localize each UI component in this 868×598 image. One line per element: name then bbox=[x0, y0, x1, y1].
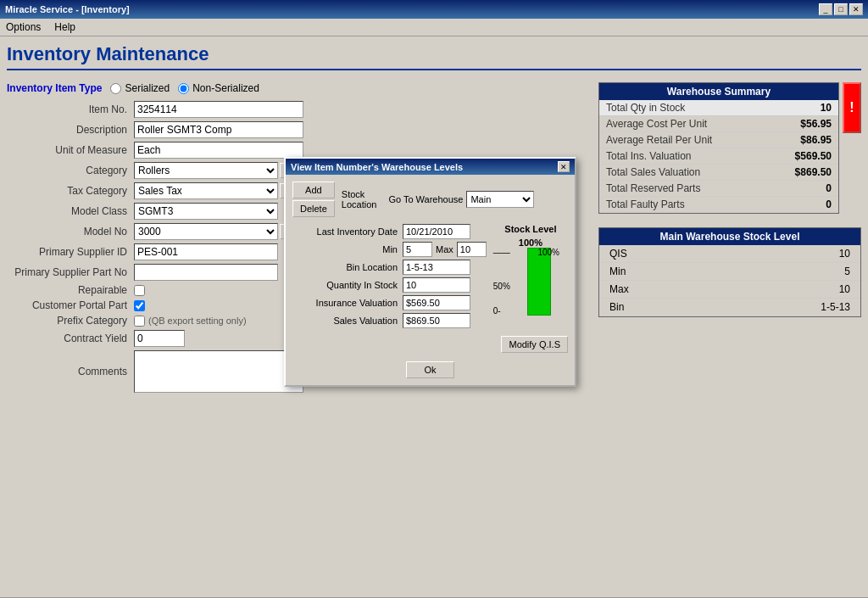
reserved-parts-label: Total Reserved Parts bbox=[606, 182, 700, 194]
contract-yield-input[interactable] bbox=[134, 330, 185, 347]
quantity-stock-input[interactable] bbox=[403, 277, 470, 293]
restore-button[interactable]: □ bbox=[834, 3, 848, 15]
avg-cost-value: $56.95 bbox=[800, 118, 832, 130]
supplier-part-input[interactable] bbox=[134, 264, 278, 281]
non-serialized-option[interactable]: Non-Serialized bbox=[178, 82, 259, 94]
stock-level-title: Stock Level bbox=[493, 224, 568, 234]
avg-retail-label: Average Retail Per Unit bbox=[606, 134, 712, 146]
sales-valuation-row: Sales Valuation bbox=[292, 313, 487, 328]
modal-ok-button[interactable]: Ok bbox=[406, 361, 453, 378]
avg-retail-value: $86.95 bbox=[800, 134, 832, 146]
warehouse-combo: Main bbox=[466, 191, 534, 208]
chart-label-50: 50% bbox=[493, 282, 510, 291]
modify-qis-button[interactable]: Modify Q.I.S bbox=[501, 336, 568, 353]
reserved-parts-row: Total Reserved Parts 0 bbox=[599, 181, 838, 197]
stock-chart: Stock Level 100% 100% —— 50% 0- bbox=[493, 224, 568, 331]
total-sales-row: Total Sales Valuation $869.50 bbox=[599, 165, 838, 181]
comments-textarea[interactable] bbox=[134, 350, 303, 393]
total-qty-value: 10 bbox=[821, 102, 832, 114]
primary-supplier-input[interactable] bbox=[134, 243, 278, 260]
total-sales-value: $869.50 bbox=[795, 166, 832, 178]
bin-location-label: Bin Location bbox=[292, 262, 403, 272]
repairable-checkbox[interactable] bbox=[134, 285, 145, 296]
category-select[interactable]: Rollers bbox=[134, 162, 278, 179]
reserved-parts-value: 0 bbox=[826, 182, 832, 194]
inventory-type-label: Inventory Item Type bbox=[7, 82, 102, 94]
main-warehouse-title: Main Warehouse Stock Level bbox=[599, 228, 860, 245]
insurance-valuation-input[interactable] bbox=[403, 295, 470, 310]
app-title: Miracle Service - [Inventory] bbox=[5, 4, 130, 14]
bin-location-row: Bin Location bbox=[292, 260, 487, 275]
menu-help[interactable]: Help bbox=[52, 20, 78, 34]
mw-min-row: Min 5 bbox=[599, 263, 860, 281]
menu-bar: Options Help bbox=[0, 19, 868, 36]
modal-close-button[interactable]: ✕ bbox=[558, 161, 570, 172]
item-no-input[interactable] bbox=[134, 101, 303, 118]
stock-chart-container: 100% —— 50% 0- bbox=[493, 248, 568, 316]
avg-cost-label: Average Cost Per Unit bbox=[606, 118, 707, 130]
modal-top-row: Add Delete StockLocation Go To Warehouse… bbox=[292, 182, 568, 217]
faulty-parts-value: 0 bbox=[826, 198, 832, 210]
modal-add-button[interactable]: Add bbox=[292, 182, 335, 198]
warehouse-summary: Warehouse Summary Total Qty in Stock 10 … bbox=[598, 82, 839, 214]
last-inventory-date-label: Last Inventory Date bbox=[292, 226, 403, 237]
model-no-select[interactable]: 3000 bbox=[134, 223, 278, 240]
primary-supplier-label: Primary Supplier ID bbox=[7, 246, 134, 258]
last-inventory-date-row: Last Inventory Date bbox=[292, 224, 487, 239]
avg-retail-row: Average Retail Per Unit $86.95 bbox=[599, 132, 838, 148]
customer-portal-checkbox[interactable] bbox=[134, 300, 145, 311]
window-controls[interactable]: _ □ ✕ bbox=[819, 3, 863, 15]
model-class-select-row: SGMT3 bbox=[134, 203, 278, 220]
unit-label: Unit of Measure bbox=[7, 144, 134, 156]
stock-location-label: StockLocation bbox=[342, 189, 377, 210]
mw-bin-value: 1-5-13 bbox=[821, 301, 850, 313]
description-row: Description bbox=[7, 121, 590, 138]
total-ins-row: Total Ins. Valuation $569.50 bbox=[599, 148, 838, 165]
minimize-button[interactable]: _ bbox=[819, 3, 832, 15]
mw-min-value: 5 bbox=[844, 265, 850, 277]
menu-options[interactable]: Options bbox=[3, 20, 43, 34]
serialized-radio[interactable] bbox=[110, 83, 121, 94]
stock-warning-button[interactable]: ! bbox=[843, 82, 861, 133]
warehouse-select[interactable]: Main bbox=[466, 191, 534, 208]
modal-delete-button[interactable]: Delete bbox=[292, 200, 335, 217]
faulty-parts-label: Total Faulty Parts bbox=[606, 198, 685, 210]
model-no-select-row: 3000 + bbox=[134, 223, 295, 240]
chart-label-0: 0- bbox=[493, 306, 501, 316]
quantity-stock-row: Quantity In Stock bbox=[292, 277, 487, 293]
tax-category-select[interactable]: Sales Tax bbox=[134, 182, 278, 199]
model-class-select[interactable]: SGMT3 bbox=[134, 203, 278, 220]
description-input[interactable] bbox=[134, 121, 303, 138]
max-input[interactable] bbox=[457, 242, 487, 257]
mw-bin-row: Bin 1-5-13 bbox=[599, 299, 860, 316]
last-inventory-date-input[interactable] bbox=[403, 224, 470, 239]
total-sales-label: Total Sales Valuation bbox=[606, 166, 700, 178]
prefix-category-checkbox[interactable] bbox=[134, 316, 145, 327]
total-ins-value: $569.50 bbox=[795, 150, 832, 162]
total-qty-label: Total Qty in Stock bbox=[606, 102, 685, 114]
category-select-row: Rollers + bbox=[134, 162, 295, 179]
chart-label-100: 100% bbox=[537, 248, 559, 257]
min-label: Min bbox=[292, 244, 403, 254]
unit-input[interactable] bbox=[134, 142, 303, 159]
mw-qis-row: QIS 10 bbox=[599, 245, 860, 263]
total-qty-row: Total Qty in Stock 10 bbox=[599, 100, 838, 116]
min-input[interactable] bbox=[403, 242, 432, 257]
serialized-option[interactable]: Serialized bbox=[110, 82, 170, 94]
item-no-row: Item No. bbox=[7, 101, 590, 118]
customer-portal-label: Customer Portal Part bbox=[7, 299, 134, 311]
tax-category-label: Tax Category bbox=[7, 185, 134, 197]
insurance-valuation-label: Insurance Valuation bbox=[292, 298, 403, 308]
mw-min-label: Min bbox=[609, 265, 626, 277]
modal-dialog: View Item Number's Warehouse Levels ✕ Ad… bbox=[284, 157, 576, 387]
description-label: Description bbox=[7, 124, 134, 136]
close-button[interactable]: ✕ bbox=[849, 3, 863, 15]
sales-valuation-input[interactable] bbox=[403, 313, 470, 328]
quantity-stock-label: Quantity In Stock bbox=[292, 280, 403, 290]
mw-qis-value: 10 bbox=[839, 248, 850, 260]
unit-row: Unit of Measure bbox=[7, 142, 590, 159]
non-serialized-radio[interactable] bbox=[178, 83, 189, 94]
inventory-type-row: Inventory Item Type Serialized Non-Seria… bbox=[7, 82, 590, 94]
main-warehouse-box: Main Warehouse Stock Level QIS 10 Min 5 … bbox=[598, 227, 861, 317]
bin-location-input[interactable] bbox=[403, 260, 470, 275]
